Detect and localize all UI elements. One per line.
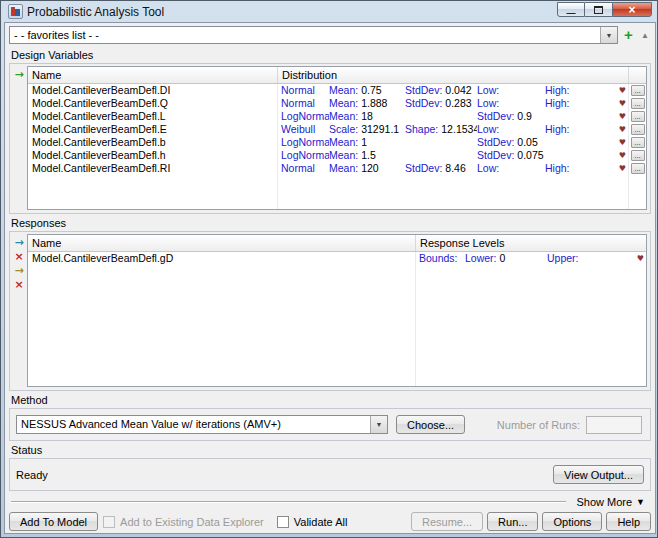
edit-distribution-button[interactable]: ...	[631, 85, 645, 96]
column-header-controls	[629, 67, 646, 83]
responses-group: → × → × Name Response Levels Model.Canti…	[9, 231, 651, 391]
variable-name-cell: Model.CantileverBeamDefl.Q	[28, 97, 278, 110]
column-header-distribution[interactable]: Distribution	[278, 67, 629, 83]
method-selected-value: NESSUS Advanced Mean Value w/ iterations…	[17, 416, 370, 433]
row-controls-cell: ...	[629, 110, 646, 123]
design-variable-row[interactable]: Model.CantileverBeamDefl.E Weibull Scale…	[28, 123, 646, 136]
collapse-panel-icon[interactable]: ▲	[639, 31, 651, 40]
edit-distribution-button[interactable]: ...	[631, 98, 645, 109]
response-levels-cell: Bounds: Lower:0 Upper: ♥	[416, 252, 646, 265]
chevron-down-icon: ▼	[606, 32, 613, 39]
row-marker-icon[interactable]: ♥	[619, 136, 626, 149]
distribution-cell: LogNormal Mean:1.5 StdDev:0.075 ♥	[278, 149, 629, 162]
design-variable-row[interactable]: Model.CantileverBeamDefl.RI Normal Mean:…	[28, 162, 646, 175]
titlebar[interactable]: Probabilistic Analysis Tool — ×	[4, 1, 654, 22]
row-controls-cell: ...	[629, 149, 646, 162]
design-variables-header: Name Distribution	[28, 67, 646, 84]
options-button[interactable]: Options	[542, 512, 602, 531]
choose-method-button[interactable]: Choose...	[396, 415, 465, 434]
responses-empty-area	[28, 265, 646, 386]
favorites-combobox[interactable]: - - favorites list - - ▼	[9, 26, 618, 44]
design-variable-row[interactable]: Model.CantileverBeamDefl.DI Normal Mean:…	[28, 84, 646, 97]
variable-name-cell: Model.CantileverBeamDefl.DI	[28, 84, 278, 97]
responses-rows: Model.CantileverBeamDefl.gD Bounds: Lowe…	[28, 252, 646, 265]
response-row[interactable]: Model.CantileverBeamDefl.gD Bounds: Lowe…	[28, 252, 646, 265]
edit-distribution-button[interactable]: ...	[631, 111, 645, 122]
response-name-cell: Model.CantileverBeamDefl.gD	[28, 252, 416, 265]
add-favorite-icon[interactable]: +	[622, 28, 635, 42]
row-marker-icon[interactable]: ♥	[637, 252, 644, 265]
add-variable-icon[interactable]: →	[14, 69, 23, 80]
variable-name-cell: Model.CantileverBeamDefl.E	[28, 123, 278, 136]
minimize-button[interactable]: —	[557, 2, 585, 17]
favorites-dropdown-button[interactable]: ▼	[600, 27, 617, 43]
design-variable-row[interactable]: Model.CantileverBeamDefl.L LogNormal Mea…	[28, 110, 646, 123]
delete-response-level-icon[interactable]: ×	[14, 279, 23, 290]
row-marker-icon[interactable]: ♥	[619, 123, 626, 136]
design-variables-group: → Name Distribution Model.CantileverBeam…	[9, 63, 651, 214]
delete-response-icon[interactable]: ×	[14, 251, 23, 262]
view-output-button[interactable]: View Output...	[553, 465, 644, 484]
status-group: Ready View Output...	[9, 458, 651, 491]
column-header-name[interactable]: Name	[28, 67, 278, 83]
distribution-type: Normal	[281, 97, 329, 110]
add-response-icon[interactable]: →	[14, 237, 23, 248]
number-of-runs-input	[586, 416, 642, 434]
row-marker-icon[interactable]: ♥	[619, 162, 626, 175]
add-to-model-button[interactable]: Add To Model	[9, 512, 98, 531]
edit-distribution-button[interactable]: ...	[631, 150, 645, 161]
help-button[interactable]: Help	[606, 512, 651, 531]
distribution-type: Normal	[281, 162, 329, 175]
status-value: Ready	[16, 469, 48, 481]
responses-gutter: → × → ×	[11, 234, 27, 387]
row-controls-cell: ...	[629, 162, 646, 175]
distribution-cell: Weibull Scale:31291.1 Shape:12.1534 Low:…	[278, 123, 629, 136]
design-variables-gutter: →	[11, 66, 27, 210]
row-controls-cell: ...	[629, 84, 646, 97]
add-response-level-icon[interactable]: →	[14, 265, 23, 276]
method-label: Method	[11, 394, 651, 406]
edit-distribution-button[interactable]: ...	[631, 137, 645, 148]
window-controls: — ×	[557, 2, 652, 17]
method-dropdown-button[interactable]: ▼	[370, 416, 387, 433]
show-more-row: Show More ▼	[9, 495, 651, 509]
row-marker-icon[interactable]: ♥	[619, 84, 626, 97]
action-buttons: Resume... Run... Options Help	[411, 512, 651, 531]
column-header-name[interactable]: Name	[28, 235, 416, 251]
maximize-button[interactable]	[585, 2, 612, 17]
distribution-cell: LogNormal Mean:18 StdDev:0.9 ♥	[278, 110, 629, 123]
row-marker-icon[interactable]: ♥	[619, 149, 626, 162]
validate-all-label: Validate All	[294, 516, 348, 528]
row-marker-icon[interactable]: ♥	[619, 110, 626, 123]
design-variable-row[interactable]: Model.CantileverBeamDefl.b LogNormal Mea…	[28, 136, 646, 149]
distribution-type: LogNormal	[281, 149, 329, 162]
close-icon: ×	[628, 3, 635, 17]
favorites-row: - - favorites list - - ▼ + ▲	[9, 26, 651, 44]
column-header-response-levels[interactable]: Response Levels	[416, 235, 646, 251]
validate-all-checkbox[interactable]	[277, 516, 289, 528]
method-combobox[interactable]: NESSUS Advanced Mean Value w/ iterations…	[16, 415, 388, 434]
divider	[11, 501, 566, 503]
row-controls-cell: ...	[629, 97, 646, 110]
design-variables-label: Design Variables	[11, 49, 651, 61]
design-variables-table: Name Distribution Model.CantileverBeamDe…	[27, 66, 647, 210]
row-controls-cell: ...	[629, 123, 646, 136]
close-button[interactable]: ×	[612, 2, 652, 17]
edit-distribution-button[interactable]: ...	[631, 124, 645, 135]
run-button[interactable]: Run...	[487, 512, 538, 531]
distribution-type: Normal	[281, 84, 329, 97]
variable-name-cell: Model.CantileverBeamDefl.RI	[28, 162, 278, 175]
design-variable-row[interactable]: Model.CantileverBeamDefl.h LogNormal Mea…	[28, 149, 646, 162]
add-existing-checkbox	[103, 516, 115, 528]
distribution-cell: Normal Mean:1.888 StdDev:0.283 Low: High…	[278, 97, 629, 110]
design-variable-row[interactable]: Model.CantileverBeamDefl.Q Normal Mean:1…	[28, 97, 646, 110]
responses-label: Responses	[11, 217, 651, 229]
row-marker-icon[interactable]: ♥	[619, 97, 626, 110]
edit-distribution-button[interactable]: ...	[631, 163, 645, 174]
variable-name-cell: Model.CantileverBeamDefl.h	[28, 149, 278, 162]
favorites-value: - - favorites list - -	[10, 27, 600, 43]
design-variables-empty-area	[28, 175, 646, 209]
window-title: Probabilistic Analysis Tool	[27, 5, 164, 19]
client-area: - - favorites list - - ▼ + ▲ Design Vari…	[4, 22, 656, 534]
show-more-toggle[interactable]: Show More ▼	[576, 496, 651, 508]
